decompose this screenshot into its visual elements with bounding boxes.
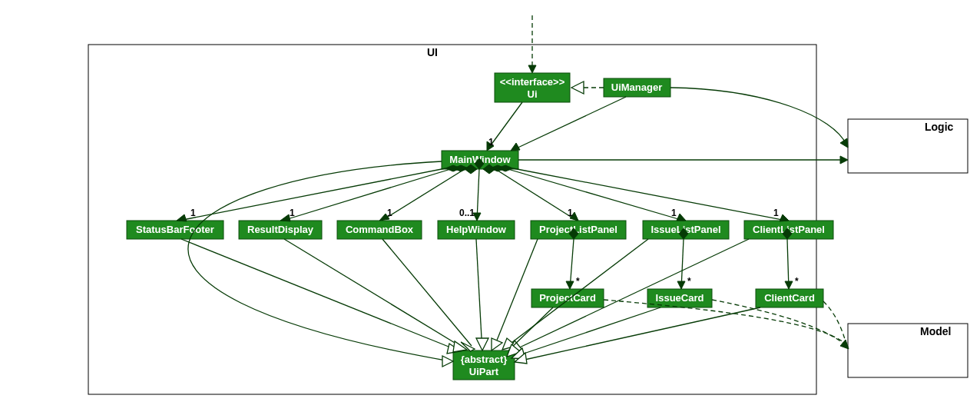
class-result-display: ResultDisplay: [239, 221, 322, 239]
edge-projectcard-uipart: [508, 307, 553, 351]
svg-text:{abstract}: {abstract}: [461, 354, 508, 365]
mult-projectlist: 1: [568, 208, 573, 218]
mult-projectcard: *: [576, 276, 580, 287]
mult-clientlist: 1: [773, 208, 779, 218]
edge-uimanager-mainwindow: [513, 97, 626, 150]
arrow-mw-statusbar: [177, 214, 187, 221]
tri-helpwindow-uipart: [476, 338, 488, 351]
edge-issuelist-uipart: [505, 239, 648, 347]
svg-text:ResultDisplay: ResultDisplay: [247, 224, 314, 235]
svg-text:Ui: Ui: [528, 88, 538, 100]
package-model-label: Model: [920, 325, 951, 337]
svg-text:UiManager: UiManager: [611, 81, 662, 93]
svg-text:ProjectCard: ProjectCard: [539, 292, 596, 304]
arrow-mw-issuelist: [677, 214, 686, 221]
edge-mw-clientlist: [513, 168, 786, 221]
edge-mw-issuelist: [505, 168, 684, 221]
svg-text:HelpWindow: HelpWindow: [446, 224, 507, 235]
edge-mw-resultdisplay: [283, 168, 453, 221]
tri-mw-uipart: [442, 356, 453, 367]
class-project-list-panel: ProjectListPanel: [531, 221, 626, 239]
package-logic-label: Logic: [925, 121, 954, 133]
edge-commandbox-uipart: [382, 239, 472, 346]
tri-projectlist-uipart: [492, 338, 502, 351]
class-status-bar: StatusBarFooter: [127, 221, 223, 239]
svg-text:CommandBox: CommandBox: [346, 224, 414, 235]
mult-clientcard: *: [795, 276, 799, 287]
arrow-mw-clientlist: [780, 214, 789, 221]
mult-statusbar: 1: [190, 208, 196, 218]
arrow-projectlist-projectcard: [566, 281, 574, 289]
class-client-card: ClientCard: [756, 289, 823, 307]
edge-statusbar-uipart: [181, 239, 456, 350]
arrow-mainwindow-logic: [840, 156, 848, 164]
svg-text:StatusBarFooter: StatusBarFooter: [136, 224, 214, 235]
tri-resultdisplay-uipart: [453, 341, 467, 352]
edge-uimanager-logic: [670, 88, 846, 145]
edge-clientcard-model: [823, 301, 847, 347]
class-help-window: HelpWindow: [438, 221, 515, 239]
class-issue-card: IssueCard: [647, 289, 712, 307]
svg-text:ClientCard: ClientCard: [764, 292, 815, 304]
class-project-card: ProjectCard: [531, 289, 604, 307]
edge-resultdisplay-uipart: [284, 239, 462, 347]
svg-text:IssueCard: IssueCard: [656, 292, 704, 304]
edge-clientcard-uipart: [518, 307, 760, 361]
mult-issuecard: *: [687, 276, 691, 287]
class-ui-interface: <<interface>> Ui: [495, 73, 570, 102]
edge-helpwindow-uipart: [476, 239, 482, 338]
edge-mw-statusbar: [179, 168, 445, 221]
class-command-box: CommandBox: [337, 221, 422, 239]
tri-uimanager-ui: [571, 81, 584, 94]
package-ui-label: UI: [427, 46, 438, 58]
mult-resultdisplay: 1: [290, 208, 295, 218]
svg-text:UiPart: UiPart: [469, 366, 499, 377]
svg-text:<<interface>>: <<interface>>: [500, 76, 565, 88]
edge-mw-commandbox: [382, 169, 465, 221]
class-ui-part: {abstract} UiPart: [453, 351, 515, 380]
arrow-clientlist-clientcard: [785, 281, 793, 289]
class-ui-manager: UiManager: [604, 78, 670, 97]
mult-helpwindow: 0..1: [459, 208, 475, 218]
arrow-uimanager-mainwindow: [511, 143, 520, 151]
arrow-external-to-ui: [528, 65, 536, 73]
mult-issuelist: 1: [671, 208, 677, 218]
mult-mainwindow: 1: [488, 137, 494, 148]
mult-commandbox: 1: [387, 208, 392, 218]
arrow-issuelist-issuecard: [677, 281, 685, 289]
